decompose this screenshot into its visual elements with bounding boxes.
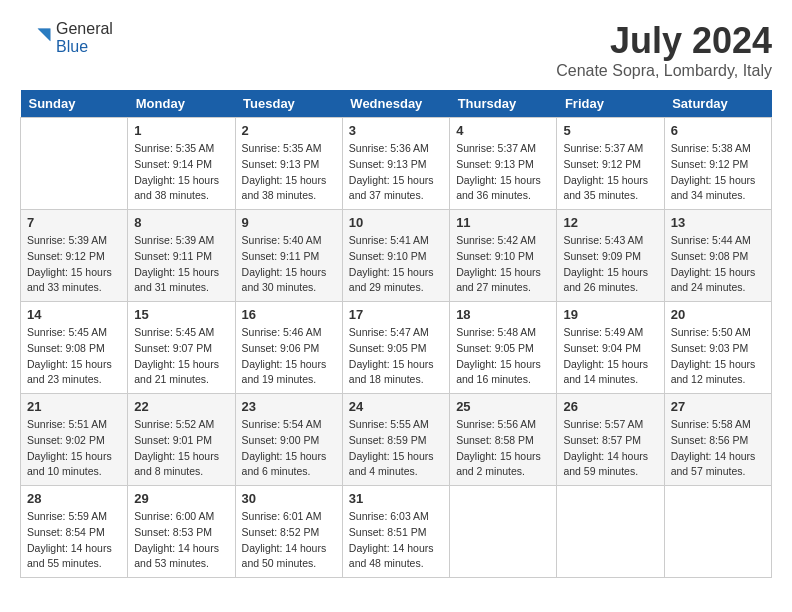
day-number: 29 bbox=[134, 491, 228, 506]
calendar-cell: 7 Sunrise: 5:39 AM Sunset: 9:12 PM Dayli… bbox=[21, 210, 128, 302]
day-number: 5 bbox=[563, 123, 657, 138]
day-number: 13 bbox=[671, 215, 765, 230]
calendar-cell: 24 Sunrise: 5:55 AM Sunset: 8:59 PM Dayl… bbox=[342, 394, 449, 486]
day-info: Sunrise: 5:40 AM Sunset: 9:11 PM Dayligh… bbox=[242, 233, 336, 296]
day-info: Sunrise: 5:50 AM Sunset: 9:03 PM Dayligh… bbox=[671, 325, 765, 388]
day-info: Sunrise: 6:00 AM Sunset: 8:53 PM Dayligh… bbox=[134, 509, 228, 572]
calendar-cell: 23 Sunrise: 5:54 AM Sunset: 9:00 PM Dayl… bbox=[235, 394, 342, 486]
calendar-cell: 31 Sunrise: 6:03 AM Sunset: 8:51 PM Dayl… bbox=[342, 486, 449, 578]
day-info: Sunrise: 6:01 AM Sunset: 8:52 PM Dayligh… bbox=[242, 509, 336, 572]
page-header: General Blue July 2024 Cenate Sopra, Lom… bbox=[20, 20, 772, 80]
week-row-1: 1 Sunrise: 5:35 AM Sunset: 9:14 PM Dayli… bbox=[21, 118, 772, 210]
logo-text: General Blue bbox=[56, 20, 113, 56]
day-number: 25 bbox=[456, 399, 550, 414]
weekday-header-friday: Friday bbox=[557, 90, 664, 118]
day-number: 27 bbox=[671, 399, 765, 414]
day-number: 8 bbox=[134, 215, 228, 230]
calendar-cell: 26 Sunrise: 5:57 AM Sunset: 8:57 PM Dayl… bbox=[557, 394, 664, 486]
weekday-header-thursday: Thursday bbox=[450, 90, 557, 118]
calendar-cell: 20 Sunrise: 5:50 AM Sunset: 9:03 PM Dayl… bbox=[664, 302, 771, 394]
day-number: 7 bbox=[27, 215, 121, 230]
day-info: Sunrise: 5:47 AM Sunset: 9:05 PM Dayligh… bbox=[349, 325, 443, 388]
day-number: 18 bbox=[456, 307, 550, 322]
day-number: 19 bbox=[563, 307, 657, 322]
day-number: 26 bbox=[563, 399, 657, 414]
calendar-cell: 29 Sunrise: 6:00 AM Sunset: 8:53 PM Dayl… bbox=[128, 486, 235, 578]
day-number: 28 bbox=[27, 491, 121, 506]
day-number: 20 bbox=[671, 307, 765, 322]
week-row-5: 28 Sunrise: 5:59 AM Sunset: 8:54 PM Dayl… bbox=[21, 486, 772, 578]
calendar-cell: 27 Sunrise: 5:58 AM Sunset: 8:56 PM Dayl… bbox=[664, 394, 771, 486]
day-info: Sunrise: 5:56 AM Sunset: 8:58 PM Dayligh… bbox=[456, 417, 550, 480]
week-row-4: 21 Sunrise: 5:51 AM Sunset: 9:02 PM Dayl… bbox=[21, 394, 772, 486]
month-title: July 2024 bbox=[556, 20, 772, 62]
day-number: 2 bbox=[242, 123, 336, 138]
day-info: Sunrise: 5:39 AM Sunset: 9:12 PM Dayligh… bbox=[27, 233, 121, 296]
day-info: Sunrise: 5:46 AM Sunset: 9:06 PM Dayligh… bbox=[242, 325, 336, 388]
calendar-cell bbox=[664, 486, 771, 578]
day-info: Sunrise: 5:45 AM Sunset: 9:07 PM Dayligh… bbox=[134, 325, 228, 388]
calendar-cell: 10 Sunrise: 5:41 AM Sunset: 9:10 PM Dayl… bbox=[342, 210, 449, 302]
calendar-cell: 12 Sunrise: 5:43 AM Sunset: 9:09 PM Dayl… bbox=[557, 210, 664, 302]
day-info: Sunrise: 5:55 AM Sunset: 8:59 PM Dayligh… bbox=[349, 417, 443, 480]
day-number: 21 bbox=[27, 399, 121, 414]
calendar-cell: 18 Sunrise: 5:48 AM Sunset: 9:05 PM Dayl… bbox=[450, 302, 557, 394]
calendar-cell: 3 Sunrise: 5:36 AM Sunset: 9:13 PM Dayli… bbox=[342, 118, 449, 210]
day-info: Sunrise: 5:36 AM Sunset: 9:13 PM Dayligh… bbox=[349, 141, 443, 204]
weekday-header-wednesday: Wednesday bbox=[342, 90, 449, 118]
day-info: Sunrise: 5:35 AM Sunset: 9:14 PM Dayligh… bbox=[134, 141, 228, 204]
day-info: Sunrise: 5:37 AM Sunset: 9:13 PM Dayligh… bbox=[456, 141, 550, 204]
calendar-cell: 9 Sunrise: 5:40 AM Sunset: 9:11 PM Dayli… bbox=[235, 210, 342, 302]
day-number: 31 bbox=[349, 491, 443, 506]
day-number: 16 bbox=[242, 307, 336, 322]
day-number: 14 bbox=[27, 307, 121, 322]
calendar-cell: 15 Sunrise: 5:45 AM Sunset: 9:07 PM Dayl… bbox=[128, 302, 235, 394]
calendar-cell: 19 Sunrise: 5:49 AM Sunset: 9:04 PM Dayl… bbox=[557, 302, 664, 394]
day-number: 17 bbox=[349, 307, 443, 322]
calendar-cell: 4 Sunrise: 5:37 AM Sunset: 9:13 PM Dayli… bbox=[450, 118, 557, 210]
day-number: 22 bbox=[134, 399, 228, 414]
day-info: Sunrise: 5:42 AM Sunset: 9:10 PM Dayligh… bbox=[456, 233, 550, 296]
day-info: Sunrise: 5:49 AM Sunset: 9:04 PM Dayligh… bbox=[563, 325, 657, 388]
calendar-cell: 11 Sunrise: 5:42 AM Sunset: 9:10 PM Dayl… bbox=[450, 210, 557, 302]
calendar-cell: 13 Sunrise: 5:44 AM Sunset: 9:08 PM Dayl… bbox=[664, 210, 771, 302]
day-info: Sunrise: 5:41 AM Sunset: 9:10 PM Dayligh… bbox=[349, 233, 443, 296]
day-info: Sunrise: 5:39 AM Sunset: 9:11 PM Dayligh… bbox=[134, 233, 228, 296]
calendar-cell bbox=[21, 118, 128, 210]
day-number: 12 bbox=[563, 215, 657, 230]
day-info: Sunrise: 5:54 AM Sunset: 9:00 PM Dayligh… bbox=[242, 417, 336, 480]
calendar-cell: 30 Sunrise: 6:01 AM Sunset: 8:52 PM Dayl… bbox=[235, 486, 342, 578]
weekday-header-tuesday: Tuesday bbox=[235, 90, 342, 118]
calendar-cell: 17 Sunrise: 5:47 AM Sunset: 9:05 PM Dayl… bbox=[342, 302, 449, 394]
day-number: 24 bbox=[349, 399, 443, 414]
logo-icon bbox=[20, 22, 52, 54]
title-block: July 2024 Cenate Sopra, Lombardy, Italy bbox=[556, 20, 772, 80]
day-number: 10 bbox=[349, 215, 443, 230]
day-number: 4 bbox=[456, 123, 550, 138]
day-info: Sunrise: 5:48 AM Sunset: 9:05 PM Dayligh… bbox=[456, 325, 550, 388]
calendar-cell: 14 Sunrise: 5:45 AM Sunset: 9:08 PM Dayl… bbox=[21, 302, 128, 394]
weekday-header-monday: Monday bbox=[128, 90, 235, 118]
day-number: 6 bbox=[671, 123, 765, 138]
location: Cenate Sopra, Lombardy, Italy bbox=[556, 62, 772, 80]
week-row-2: 7 Sunrise: 5:39 AM Sunset: 9:12 PM Dayli… bbox=[21, 210, 772, 302]
day-number: 15 bbox=[134, 307, 228, 322]
calendar-cell: 28 Sunrise: 5:59 AM Sunset: 8:54 PM Dayl… bbox=[21, 486, 128, 578]
day-number: 3 bbox=[349, 123, 443, 138]
calendar-cell: 2 Sunrise: 5:35 AM Sunset: 9:13 PM Dayli… bbox=[235, 118, 342, 210]
day-info: Sunrise: 5:57 AM Sunset: 8:57 PM Dayligh… bbox=[563, 417, 657, 480]
day-number: 23 bbox=[242, 399, 336, 414]
day-info: Sunrise: 5:59 AM Sunset: 8:54 PM Dayligh… bbox=[27, 509, 121, 572]
day-info: Sunrise: 5:51 AM Sunset: 9:02 PM Dayligh… bbox=[27, 417, 121, 480]
day-info: Sunrise: 5:58 AM Sunset: 8:56 PM Dayligh… bbox=[671, 417, 765, 480]
calendar-cell: 8 Sunrise: 5:39 AM Sunset: 9:11 PM Dayli… bbox=[128, 210, 235, 302]
day-info: Sunrise: 5:44 AM Sunset: 9:08 PM Dayligh… bbox=[671, 233, 765, 296]
calendar-cell: 21 Sunrise: 5:51 AM Sunset: 9:02 PM Dayl… bbox=[21, 394, 128, 486]
calendar-cell: 22 Sunrise: 5:52 AM Sunset: 9:01 PM Dayl… bbox=[128, 394, 235, 486]
calendar-cell: 16 Sunrise: 5:46 AM Sunset: 9:06 PM Dayl… bbox=[235, 302, 342, 394]
day-info: Sunrise: 5:35 AM Sunset: 9:13 PM Dayligh… bbox=[242, 141, 336, 204]
svg-marker-1 bbox=[38, 28, 51, 41]
day-info: Sunrise: 5:45 AM Sunset: 9:08 PM Dayligh… bbox=[27, 325, 121, 388]
day-info: Sunrise: 5:38 AM Sunset: 9:12 PM Dayligh… bbox=[671, 141, 765, 204]
weekday-header-saturday: Saturday bbox=[664, 90, 771, 118]
